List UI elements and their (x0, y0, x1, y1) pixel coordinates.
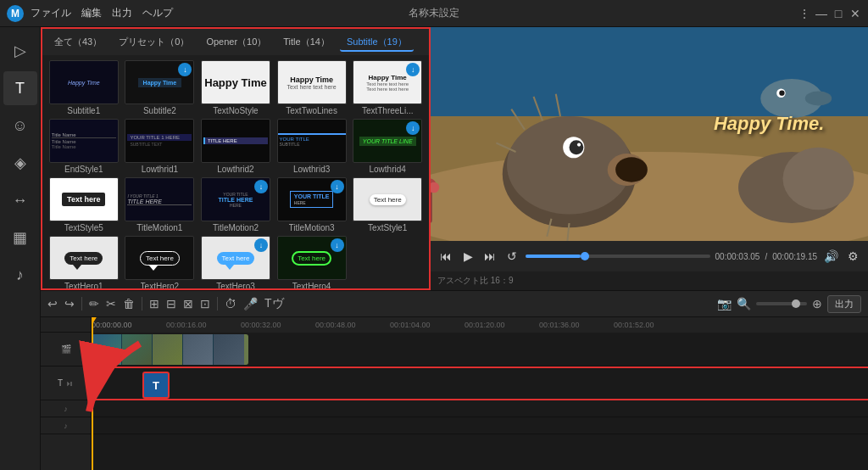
sidebar-item-person[interactable]: ☺ (3, 109, 37, 143)
template-endstyle1[interactable]: Title Name Title Name Title Name EndStyl… (47, 119, 120, 174)
separator-3 (217, 297, 218, 311)
preview-overlay-text: Happy Time. (714, 113, 824, 135)
ruler-mark-3: 00:00:48.00 (315, 321, 390, 329)
template-textstyle5[interactable]: Text here TextStyle5 (47, 177, 120, 232)
template-lowthrid4[interactable]: ↓ YOUR TITLE LINE Lowthrid4 (351, 119, 424, 174)
content-area: 全て（43） プリセット（0） Opener（10） Title（14） Sub… (41, 27, 868, 470)
undo-icon[interactable]: ↩ (47, 297, 58, 311)
template-subtitle2[interactable]: ↓ Happy Time Subtitle2 (124, 60, 197, 115)
tab-preset[interactable]: プリセット（0） (112, 34, 196, 52)
video-track-header: 🎬 (41, 333, 91, 366)
template-textstyle1[interactable]: Text here TextStyle1 (351, 177, 424, 232)
audio-track-header-2: ♪ (41, 417, 91, 434)
template-lowthrid1[interactable]: YOUR TITLE 1 HERE SUBTITLE TEXT Lowthrid… (124, 119, 197, 174)
ruler-mark-5: 00:01:20.00 (465, 321, 539, 329)
snapshot-icon[interactable]: 📷 (717, 297, 732, 311)
template-titlemotion2[interactable]: ↓ YOUR TITLE TITLE HERE HERE TitleMotion… (199, 177, 272, 232)
template-threelines[interactable]: ↓ Happy Time Text here text here Text he… (351, 60, 424, 115)
play-icon[interactable]: ▶ (459, 248, 476, 265)
edit-icon[interactable]: ✏ (89, 297, 99, 311)
zoom-slider[interactable] (756, 302, 807, 305)
split-icon[interactable]: ⊞ (149, 297, 159, 311)
delete-icon[interactable]: 🗑 (123, 297, 135, 311)
aspect-ratio-label: アスペクト比 16：9 (437, 275, 513, 287)
sidebar-item-transition[interactable]: ↔ (3, 183, 37, 217)
maximize-icon[interactable]: □ (832, 8, 844, 20)
sidebar-item-effects[interactable]: ◈ (3, 146, 37, 180)
transform-icon[interactable]: ⊡ (200, 297, 210, 311)
template-texthero2[interactable]: Text here TextHero2 (124, 236, 197, 288)
menu-output[interactable]: 出力 (112, 6, 132, 20)
tab-all[interactable]: 全て（43） (47, 34, 108, 52)
tab-opener[interactable]: Opener（10） (199, 34, 273, 52)
mic-icon[interactable]: 🎤 (243, 297, 258, 311)
ruler-mark-2: 00:00:32.00 (241, 321, 315, 329)
title-track: T (92, 366, 868, 400)
output-button[interactable]: 出力 (827, 295, 861, 313)
sidebar: ▷ T ☺ ◈ ↔ ▦ ♪ (0, 27, 41, 470)
zoom-handle (792, 299, 800, 308)
sidebar-item-text[interactable]: T (3, 71, 37, 105)
zoom-out-icon[interactable]: 🔍 (737, 297, 751, 311)
template-titlemotion1[interactable]: I YOUR TITLE 1 TITLE HERE TitleMotion1 (124, 177, 197, 232)
template-titlemotion3[interactable]: ↓ YOUR TITLEHERE TitleMotion3 (275, 177, 348, 232)
menu-edit[interactable]: 編集 (81, 6, 102, 20)
video-background: Happy Time. (431, 27, 868, 241)
menu-file[interactable]: ファイル (31, 6, 71, 20)
sidebar-item-music[interactable]: ♪ (3, 258, 37, 292)
svg-point-11 (570, 140, 584, 154)
top-split: 全て（43） プリセット（0） Opener（10） Title（14） Sub… (41, 27, 868, 290)
video-clip[interactable] (92, 334, 248, 365)
crop-icon[interactable]: ⊠ (183, 297, 193, 311)
menu-help[interactable]: ヘルプ (142, 6, 173, 20)
template-lowthrid3[interactable]: YOUR TITLE SUBTITLE Lowthrid3 (275, 119, 348, 174)
template-texthero3[interactable]: ↓ Text here TextHero3 (199, 236, 272, 288)
redo-icon[interactable]: ↪ (64, 297, 75, 311)
volume-icon[interactable]: 🔊 (822, 248, 839, 265)
template-subtitle1[interactable]: Happy Time Subtitle1 (47, 60, 120, 115)
title-clip[interactable]: T (142, 372, 170, 399)
timeline-area: ↩ ↪ ✏ ✂ 🗑 ⊞ ⊟ ⊠ ⊡ ⏱ 🎤 Tヴ 📷 🔍 (41, 290, 868, 470)
tracks-viewport: 00:00:00.00 00:00:16.00 00:00:32.00 00:0… (92, 317, 868, 470)
template-twolines[interactable]: Happy Time Text here text here TextTwoLi… (275, 60, 348, 115)
audio-track-2 (92, 417, 868, 434)
loop-icon[interactable]: ↺ (504, 248, 520, 265)
title-track-header: T ⏯ (41, 366, 91, 400)
output-section: 📷 🔍 ⊕ 出力 (717, 295, 861, 313)
preview-area: Happy Time. ⏮ ▶ ⏭ ↺ 00:00:03.05 / 00:00:… (431, 27, 868, 290)
svg-point-5 (783, 148, 854, 210)
tab-title[interactable]: Title（14） (276, 34, 337, 52)
settings-icon[interactable]: ⚙ (844, 248, 861, 265)
skip-back-icon[interactable]: ⏮ (437, 248, 454, 265)
separator-2 (142, 297, 142, 311)
menu-more-icon[interactable]: ⋮ (798, 8, 810, 20)
preview-controls: ⏮ ▶ ⏭ ↺ 00:00:03.05 / 00:00:19.15 🔊 ⚙ (431, 241, 868, 271)
sidebar-item-preview[interactable]: ▷ (3, 34, 37, 68)
ruler-mark-4: 00:01:04.00 (390, 321, 465, 329)
window-title: 名称未設定 (409, 6, 459, 20)
close-icon[interactable]: ✕ (849, 8, 861, 20)
timeline-ruler: 00:00:00.00 00:00:16.00 00:00:32.00 00:0… (92, 317, 868, 333)
voiceover-icon[interactable]: Tヴ (264, 296, 284, 311)
template-textnone[interactable]: Happy Time TextNoStyle (199, 60, 272, 115)
ruler-mark-6: 00:01:36.00 (539, 321, 614, 329)
minimize-icon[interactable]: — (815, 8, 827, 20)
skip-forward-icon[interactable]: ⏭ (481, 248, 498, 265)
progress-bar[interactable] (526, 255, 710, 258)
merge-icon[interactable]: ⊟ (166, 297, 176, 311)
timer-icon[interactable]: ⏱ (225, 297, 236, 311)
zoom-in-icon[interactable]: ⊕ (812, 297, 822, 311)
cut-icon[interactable]: ✂ (106, 297, 116, 311)
audio-track-1 (92, 400, 868, 417)
preview-time: 00:00:03.05 (715, 252, 760, 261)
template-texthero4[interactable]: ↓ Text here TextHero4 (275, 236, 348, 288)
template-lowthrid2[interactable]: TITLE HERE Lowthrid2 (199, 119, 272, 174)
ruler-header (41, 317, 91, 333)
template-panel: 全て（43） プリセット（0） Opener（10） Title（14） Sub… (41, 27, 431, 290)
progress-fill (526, 255, 581, 258)
title-bar: M ファイル 編集 出力 ヘルプ 名称未設定 ⋮ — □ ✕ (0, 0, 868, 27)
svg-point-22 (779, 91, 784, 96)
tab-subtitle[interactable]: Subtitle（19） (340, 34, 414, 52)
sidebar-item-filter[interactable]: ▦ (3, 221, 37, 255)
template-texthero1[interactable]: Text here TextHero1 (47, 236, 120, 288)
